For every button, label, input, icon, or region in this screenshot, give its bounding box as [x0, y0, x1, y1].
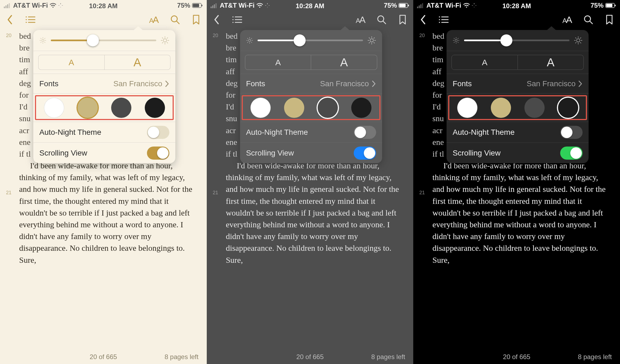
svg-line-75 [374, 38, 374, 38]
scrolling-view-label: Scrolling View [39, 149, 87, 157]
svg-line-27 [41, 42, 41, 43]
bookmark-button[interactable] [398, 14, 407, 25]
page-position: 20 of 665 [503, 353, 530, 361]
theme-swatch-0[interactable] [457, 98, 477, 118]
svg-line-19 [177, 21, 179, 24]
search-button[interactable] [170, 15, 180, 25]
loading-spinner-icon [265, 3, 270, 8]
svg-rect-40 [214, 4, 215, 8]
fonts-label: Fonts [39, 79, 58, 88]
wifi-icon [256, 3, 263, 8]
fonts-label: Fonts [453, 79, 472, 88]
brightness-slider[interactable] [258, 40, 363, 41]
font-larger-button[interactable]: A [518, 55, 584, 70]
appearance-button[interactable]: AA [356, 14, 365, 25]
theme-swatch-1[interactable] [78, 98, 98, 118]
svg-line-103 [454, 42, 454, 43]
svg-rect-82 [474, 7, 474, 8]
brightness-slider[interactable] [51, 40, 156, 41]
battery-percent: 75% [591, 2, 604, 9]
svg-line-64 [251, 42, 252, 43]
theme-swatch-0[interactable] [250, 98, 271, 118]
appearance-popover: AAFontsSan FranciscoAuto-Night ThemeScro… [447, 30, 589, 163]
svg-point-16 [26, 22, 27, 23]
svg-point-20 [42, 39, 44, 41]
fonts-value: San Francisco [527, 79, 575, 88]
back-button[interactable] [420, 14, 426, 25]
svg-line-26 [45, 42, 45, 43]
brightness-high-icon [161, 36, 169, 45]
svg-point-92 [439, 22, 440, 23]
brightness-low-icon [39, 37, 46, 44]
svg-rect-10 [193, 4, 199, 7]
svg-point-58 [249, 39, 251, 41]
svg-rect-39 [212, 5, 213, 8]
font-smaller-button[interactable]: A [451, 55, 518, 70]
appearance-button[interactable]: AA [149, 14, 158, 25]
svg-point-18 [171, 16, 177, 22]
theme-swatch-2[interactable] [318, 98, 338, 118]
page-position: 20 of 665 [296, 353, 324, 361]
auto-night-toggle[interactable] [560, 126, 583, 139]
fonts-row[interactable]: FontsSan Francisco [33, 74, 175, 93]
footer: 20 of 6658 pages left [0, 350, 207, 364]
theme-swatch-0[interactable] [44, 98, 64, 118]
font-larger-button[interactable]: A [105, 55, 171, 70]
toc-button[interactable] [438, 16, 449, 24]
appearance-button[interactable]: AA [562, 14, 571, 25]
theme-swatches [33, 93, 175, 122]
theme-swatch-3[interactable] [558, 98, 578, 118]
theme-swatch-3[interactable] [145, 98, 165, 118]
svg-rect-46 [268, 5, 270, 6]
svg-line-57 [383, 21, 386, 24]
bookmark-button[interactable] [192, 14, 200, 25]
svg-rect-48 [399, 4, 406, 7]
toc-button[interactable] [232, 16, 242, 24]
theme-swatch-3[interactable] [351, 98, 371, 118]
svg-line-63 [247, 38, 248, 39]
scrolling-view-toggle[interactable] [147, 147, 169, 160]
fonts-row[interactable]: FontsSan Francisco [240, 74, 382, 93]
svg-point-54 [232, 22, 234, 23]
brightness-low-icon [453, 37, 460, 44]
chevron-right-icon [372, 80, 376, 88]
search-button[interactable] [583, 15, 593, 25]
theme-swatch-2[interactable] [524, 98, 545, 118]
font-larger-button[interactable]: A [311, 55, 377, 70]
svg-rect-77 [419, 5, 420, 8]
theme-swatch-2[interactable] [111, 98, 131, 118]
line-number: 21 [213, 189, 218, 196]
svg-line-65 [247, 42, 248, 43]
font-smaller-button[interactable]: A [245, 55, 311, 70]
line-number: 20 [6, 32, 11, 39]
svg-line-36 [162, 43, 163, 43]
font-smaller-button[interactable]: A [38, 55, 105, 70]
svg-rect-84 [475, 5, 476, 6]
back-button[interactable] [7, 14, 13, 25]
theme-swatch-1[interactable] [491, 98, 511, 118]
battery-icon [192, 3, 203, 8]
svg-line-102 [458, 42, 458, 43]
svg-rect-81 [474, 3, 474, 4]
svg-line-37 [167, 38, 168, 38]
scrolling-view-toggle[interactable] [354, 147, 376, 160]
brightness-slider[interactable] [464, 40, 569, 41]
svg-line-66 [251, 38, 252, 39]
bookmark-button[interactable] [605, 14, 613, 25]
theme-swatch-1[interactable] [284, 98, 304, 118]
back-button[interactable] [213, 14, 220, 25]
brightness-high-icon [574, 36, 583, 45]
search-button[interactable] [377, 15, 386, 25]
toc-button[interactable] [25, 16, 36, 24]
svg-point-14 [26, 19, 27, 20]
svg-point-42 [259, 7, 260, 8]
pages-left: 8 pages left [165, 353, 199, 361]
svg-rect-0 [4, 7, 5, 8]
wifi-icon [49, 3, 57, 8]
svg-line-101 [454, 38, 454, 39]
scrolling-view-toggle[interactable] [560, 147, 583, 160]
auto-night-toggle[interactable] [354, 126, 376, 139]
svg-point-80 [466, 7, 467, 8]
auto-night-toggle[interactable] [147, 126, 169, 139]
fonts-row[interactable]: FontsSan Francisco [447, 74, 589, 93]
